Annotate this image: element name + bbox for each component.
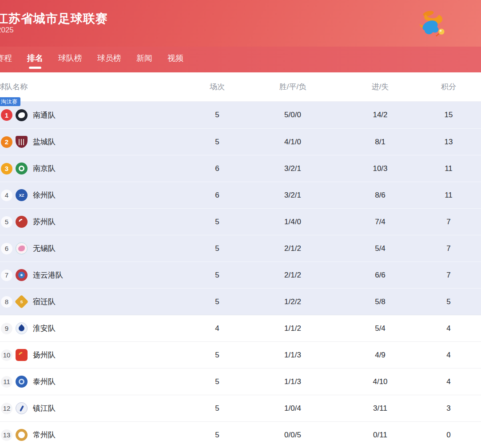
rank-badge: 11	[1, 376, 12, 388]
team-logo-icon	[16, 216, 28, 228]
table-row[interactable]: 8 S 宿迁队 5 1/2/2 5/8 5	[0, 288, 481, 315]
team-name: 淮安队	[33, 323, 56, 333]
win-draw-loss: 1/2/2	[248, 297, 337, 306]
points: 7	[423, 218, 474, 226]
points: 7	[423, 271, 474, 280]
table-row[interactable]: 6 无锡队 5 2/1/2 5/4 7	[0, 235, 481, 262]
matches-played: 5	[186, 297, 248, 306]
standings-body: 1 南通队 5 5/0/0 14/2 15 淘汰赛 2 盐城队 5 4/1/0 …	[0, 102, 481, 448]
rank-badge: 9	[1, 323, 12, 334]
goals-for-against: 4/9	[337, 351, 423, 360]
rank-badge: 8	[1, 296, 12, 308]
league-logo-icon	[415, 8, 449, 42]
table-row[interactable]: 9 淮安队 4 1/1/2 5/4 4	[0, 315, 481, 341]
standings-page: 江苏省城市足球联赛 2025 赛程 排名 球队榜 球员榜 新闻 视频 球队名称 …	[0, 0, 481, 448]
tab-news[interactable]: 新闻	[136, 49, 152, 70]
points: 11	[423, 191, 474, 200]
points: 4	[423, 351, 474, 360]
goals-for-against: 4/10	[337, 377, 423, 386]
matches-played: 5	[186, 111, 248, 119]
team-logo-motif: S	[20, 300, 23, 304]
team-logo-icon: XZ	[16, 189, 28, 201]
team-cell: 13 常州队	[0, 429, 186, 441]
tab-player-stats[interactable]: 球员榜	[97, 49, 121, 70]
table-row[interactable]: 5 苏州队 5 1/4/0 7/4 7	[0, 208, 481, 235]
team-cell: 9 淮安队	[0, 322, 186, 334]
team-logo-icon	[16, 109, 28, 121]
matches-played: 5	[186, 377, 248, 386]
team-cell: 5 苏州队	[0, 216, 186, 228]
team-logo-icon	[16, 349, 28, 361]
team-logo-icon	[16, 242, 28, 254]
rank-badge: 7	[1, 270, 12, 281]
points: 3	[423, 404, 474, 413]
team-cell: 8 S 宿迁队	[0, 296, 186, 308]
rank-badge: 3	[1, 163, 12, 174]
tab-video[interactable]: 视频	[167, 49, 183, 70]
team-logo-motif	[18, 112, 25, 118]
tab-ranking[interactable]: 排名	[27, 49, 43, 70]
page-header: 江苏省城市足球联赛 2025	[0, 0, 481, 47]
team-logo-icon	[16, 402, 28, 414]
matches-played: 5	[186, 138, 248, 147]
rank-badge: 13	[1, 429, 12, 441]
team-logo-icon	[16, 163, 28, 174]
rank-badge: 2	[1, 136, 12, 148]
team-logo-icon	[16, 269, 28, 281]
goals-for-against: 6/6	[337, 271, 423, 280]
points: 13	[423, 138, 474, 147]
tab-schedule[interactable]: 赛程	[0, 49, 12, 70]
team-cell: 10 扬州队	[0, 349, 186, 361]
team-name: 常州队	[33, 430, 56, 440]
goals-for-against: 0/11	[337, 431, 423, 440]
win-draw-loss: 0/0/5	[248, 431, 337, 440]
rank-badge: 6	[1, 243, 12, 254]
tab-team-stats[interactable]: 球队榜	[58, 49, 82, 70]
table-row[interactable]: 10 扬州队 5 1/1/3 4/9 4	[0, 341, 481, 368]
matches-played: 6	[186, 164, 248, 173]
table-row[interactable]: 4 XZ 徐州队 6 3/2/1 8/6 11	[0, 182, 481, 208]
table-header: 球队名称 场次 胜/平/负 进/失 积分	[0, 72, 481, 102]
matches-played: 5	[186, 404, 248, 413]
points: 4	[423, 324, 474, 333]
points: 0	[423, 431, 474, 440]
team-cell: 4 XZ 徐州队	[0, 189, 186, 201]
knockout-stage-badge: 淘汰赛	[0, 97, 20, 106]
goals-for-against: 8/6	[337, 191, 423, 200]
team-logo-motif	[19, 166, 24, 171]
table-row[interactable]: 3 南京队 6 3/2/1 10/3 11	[0, 155, 481, 182]
column-header-points: 积分	[423, 82, 474, 92]
points: 7	[423, 244, 474, 253]
table-row[interactable]: 12 镇江队 5 1/0/4 3/11 3	[0, 395, 481, 421]
win-draw-loss: 1/1/3	[248, 377, 337, 386]
matches-played: 5	[186, 351, 248, 360]
team-cell: 2 盐城队	[0, 136, 186, 148]
team-name: 徐州队	[33, 190, 56, 200]
matches-played: 4	[186, 324, 248, 333]
table-row[interactable]: 2 盐城队 5 4/1/0 8/1 13	[0, 128, 481, 155]
team-name: 盐城队	[33, 137, 56, 147]
table-row[interactable]: 11 泰州队 5 1/1/3 4/10 4	[0, 368, 481, 395]
column-header-played: 场次	[186, 82, 248, 92]
matches-played: 5	[186, 431, 248, 440]
rank-badge: 10	[1, 349, 12, 361]
team-name: 泰州队	[33, 377, 56, 387]
points: 15	[423, 111, 474, 119]
table-row[interactable]: 1 南通队 5 5/0/0 14/2 15 淘汰赛	[0, 102, 481, 128]
goals-for-against: 7/4	[337, 218, 423, 226]
team-name: 宿迁队	[33, 297, 56, 307]
points: 4	[423, 377, 474, 386]
matches-played: 5	[186, 271, 248, 280]
column-header-team: 球队名称	[0, 82, 186, 92]
table-row[interactable]: 13 常州队 5 0/0/5 0/11 0	[0, 421, 481, 448]
team-name: 连云港队	[33, 270, 63, 280]
table-row[interactable]: 7 连云港队 5 2/1/2 6/6 7	[0, 262, 481, 288]
team-cell: 12 镇江队	[0, 402, 186, 414]
rank-badge: 12	[1, 403, 12, 414]
goals-for-against: 5/4	[337, 244, 423, 253]
team-cell: 7 连云港队	[0, 269, 186, 281]
column-header-goals: 进/失	[337, 82, 423, 92]
team-name: 镇江队	[33, 403, 56, 413]
team-logo-icon	[16, 376, 28, 388]
win-draw-loss: 1/0/4	[248, 404, 337, 413]
